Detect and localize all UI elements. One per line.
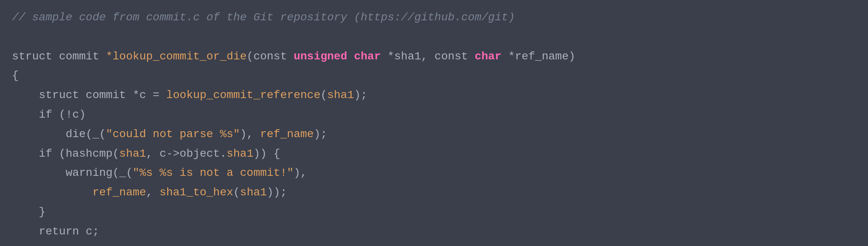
code-token: sha1: [227, 145, 253, 163]
code-token: *sha1,: [381, 48, 434, 66]
line-comment: // sample code from commit.c of the Git …: [12, 8, 856, 28]
code-token: ref_name: [260, 126, 314, 144]
code-token: "could not parse %s": [106, 126, 240, 144]
code-token: )) {: [253, 145, 280, 163]
code-token: ref_name: [93, 184, 146, 202]
line-close-inner: }: [12, 203, 856, 222]
code-token: char: [354, 48, 381, 66]
line-struct-c: struct commit *c = lookup_commit_referen…: [12, 86, 856, 105]
indent-whitespace: [12, 203, 39, 221]
indent-whitespace: [12, 223, 39, 241]
code-token: [287, 48, 294, 66]
code-token: return c;: [39, 223, 99, 241]
line-empty-1: [12, 28, 856, 47]
code-token: sha1: [327, 87, 354, 104]
line-if-c: if (!c): [12, 105, 856, 125]
code-token: commit: [52, 48, 106, 66]
code-token: ,: [146, 184, 160, 202]
code-token: {: [12, 67, 19, 85]
line-func-sig: struct commit *lookup_commit_or_die(cons…: [12, 47, 856, 67]
indent-whitespace: [12, 126, 65, 144]
code-token: ));: [267, 184, 287, 202]
code-block: // sample code from commit.c of the Git …: [0, 0, 868, 246]
code-token: ),: [240, 126, 260, 144]
code-token: lookup_commit_reference: [166, 87, 320, 104]
code-token: warning(_(: [65, 164, 132, 182]
line-return: return c;: [12, 222, 856, 242]
code-token: unsigned: [294, 48, 347, 66]
code-token: *ref_name): [502, 48, 575, 66]
code-token: die(_(: [65, 126, 106, 144]
code-token: char: [475, 48, 501, 66]
code-token: sha1: [240, 184, 267, 202]
line-if-hashcmp: if (hashcmp(sha1, c->object.sha1)) {: [12, 144, 856, 164]
code-token: (: [247, 48, 253, 66]
code-token: (: [233, 184, 240, 202]
code-token: (: [320, 87, 327, 104]
indent-whitespace: [12, 106, 39, 124]
code-token: if (!c): [39, 106, 86, 124]
code-token: sha1: [119, 145, 146, 163]
code-token: [347, 48, 354, 66]
code-token: struct: [12, 48, 52, 66]
code-token: ),: [294, 164, 307, 182]
indent-whitespace: [12, 87, 39, 104]
indent-whitespace: [12, 145, 39, 163]
code-token: "%s %s is not a commit!": [132, 164, 293, 182]
code-token: sha1_to_hex: [160, 184, 233, 202]
indent-whitespace: [12, 184, 93, 202]
line-ref-name-sha1: ref_name, sha1_to_hex(sha1));: [12, 183, 856, 203]
code-token: }: [39, 203, 45, 221]
code-token: // sample code from commit.c of the Git …: [12, 9, 515, 27]
code-token: }: [12, 242, 19, 246]
line-close-outer: }: [12, 242, 856, 246]
line-warning: warning(_("%s %s is not a commit!"),: [12, 163, 856, 183]
code-token: struct commit *c =: [39, 87, 166, 104]
code-token: const: [253, 48, 287, 66]
code-token: );: [314, 126, 327, 144]
code-token: );: [354, 87, 368, 104]
indent-whitespace: [12, 164, 65, 182]
code-token: const: [435, 48, 468, 66]
line-open-brace: {: [12, 66, 856, 86]
line-die: die(_("could not parse %s"), ref_name);: [12, 125, 856, 144]
code-token: *lookup_commit_or_die: [106, 48, 247, 66]
code-token: , c->object.: [146, 145, 227, 163]
code-token: if (hashcmp(: [39, 145, 119, 163]
code-token: [468, 48, 475, 66]
